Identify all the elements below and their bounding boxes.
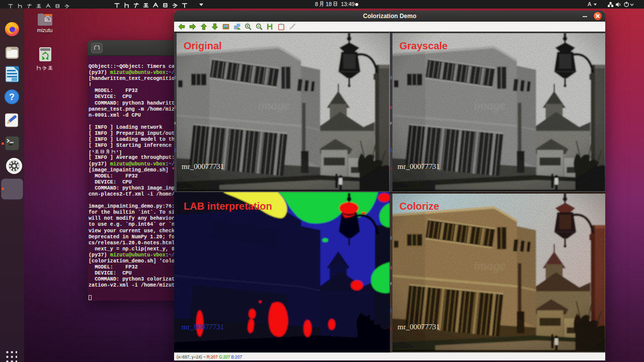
svg-text:mr_00077731: mr_00077731 [397, 162, 440, 170]
svg-text:mr_00077731: mr_00077731 [182, 323, 224, 331]
svg-text:Grayscale: Grayscale [399, 40, 448, 51]
svg-text:Original: Original [184, 40, 222, 51]
svg-text:mr_00077731: mr_00077731 [182, 162, 224, 170]
svg-text:Colorize: Colorize [399, 201, 439, 212]
svg-text:?: ? [9, 92, 15, 102]
svg-text:mr_00077731: mr_00077731 [397, 323, 440, 331]
svg-text:LAB interpretation: LAB interpretation [184, 201, 272, 212]
